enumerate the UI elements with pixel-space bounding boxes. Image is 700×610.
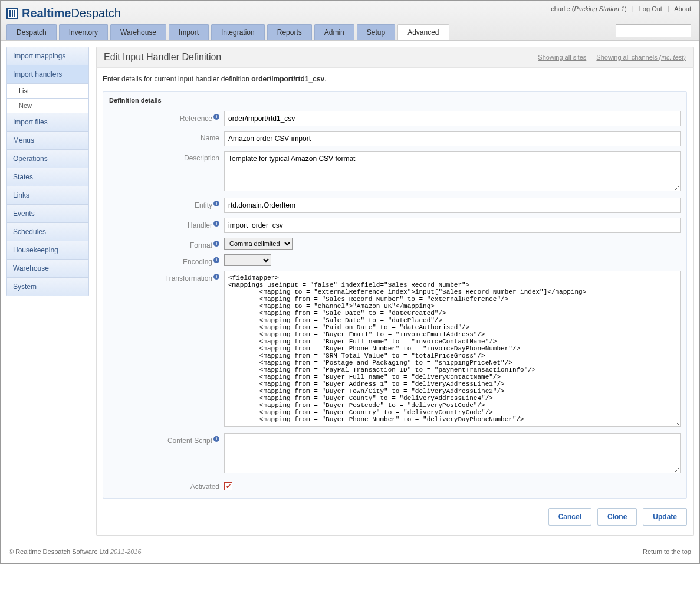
input-description[interactable]: Template for typical Amazon CSV format	[224, 151, 681, 191]
nav-tab-inventory[interactable]: Inventory	[59, 24, 108, 40]
sidebar-item-housekeeping[interactable]: Housekeeping	[7, 241, 88, 260]
sidebar-item-links[interactable]: Links	[7, 186, 88, 205]
station-link[interactable]: Packing Station 1	[574, 5, 625, 12]
panel-title: Definition details	[103, 92, 686, 109]
definition-panel: Definition details Referencei Name Descr…	[103, 91, 687, 499]
label-description: Description	[109, 151, 224, 162]
sidebar-item-menus[interactable]: Menus	[7, 132, 88, 150]
instruction-text: Enter details for current input handler …	[103, 75, 687, 83]
sidebar: Import mappingsImport handlersListNewImp…	[6, 47, 89, 536]
footer: © Realtime Despatch Software Ltd 2011-20…	[1, 542, 699, 563]
search-input[interactable]	[619, 27, 700, 34]
return-to-top-link[interactable]: Return to the top	[643, 548, 691, 555]
nav-tab-integration[interactable]: Integration	[211, 24, 265, 40]
page-header: Edit Input Handler Definition Showing al…	[96, 47, 694, 68]
info-icon[interactable]: i	[213, 436, 219, 442]
select-encoding[interactable]	[224, 254, 271, 266]
footer-years: 2011-2016	[110, 548, 142, 555]
label-content-script: Content Scripti	[109, 433, 224, 445]
sidebar-item-import-handlers[interactable]: Import handlers	[7, 65, 88, 84]
info-icon[interactable]: i	[213, 221, 219, 227]
nav-tab-despatch[interactable]: Despatch	[6, 24, 57, 40]
sidebar-item-import-files[interactable]: Import files	[7, 113, 88, 132]
sidebar-item-operations[interactable]: Operations	[7, 150, 88, 168]
about-link[interactable]: About	[674, 5, 691, 12]
nav-tab-reports[interactable]: Reports	[267, 24, 312, 40]
topbar-user-links: charlie (Packing Station 1) | Log Out | …	[551, 5, 691, 12]
button-row: Cancel Clone Update	[103, 508, 687, 526]
main-content: Edit Input Handler Definition Showing al…	[96, 47, 694, 536]
label-entity: Entityi	[109, 198, 224, 209]
label-transformation: Transformationi	[109, 271, 224, 283]
showing-sites-link[interactable]: Showing all sites	[538, 54, 586, 61]
sidebar-item-schedules[interactable]: Schedules	[7, 223, 88, 241]
label-encoding: Encodingi	[109, 254, 224, 266]
sidebar-item-events[interactable]: Events	[7, 205, 88, 223]
input-reference[interactable]	[224, 111, 681, 126]
input-transformation[interactable]: <fieldmapper> <mappings useinput = "fals…	[224, 271, 681, 427]
cancel-button[interactable]: Cancel	[548, 508, 591, 526]
info-icon[interactable]: i	[213, 114, 219, 120]
clone-button[interactable]: Clone	[597, 508, 637, 526]
logo-icon	[6, 8, 18, 19]
info-icon[interactable]: i	[213, 241, 219, 247]
sidebar-item-states[interactable]: States	[7, 168, 88, 186]
label-format: Formati	[109, 238, 224, 250]
showing-channels-link[interactable]: Showing all channels (inc. test)	[596, 54, 686, 61]
label-reference: Referencei	[109, 111, 224, 123]
input-handler[interactable]	[224, 218, 681, 233]
input-name[interactable]	[224, 131, 681, 146]
user-link[interactable]: charlie	[551, 5, 570, 12]
nav-tab-advanced[interactable]: Advanced	[397, 24, 449, 40]
input-entity[interactable]	[224, 198, 681, 213]
label-handler: Handleri	[109, 218, 224, 229]
nav-tab-setup[interactable]: Setup	[357, 24, 395, 40]
page-header-links: Showing all sites Showing all channels (…	[530, 54, 686, 61]
nav-tab-admin[interactable]: Admin	[314, 24, 354, 40]
main-nav: DespatchInventoryWarehouseImportIntegrat…	[6, 24, 449, 40]
search-box[interactable]	[616, 24, 691, 37]
info-icon[interactable]: i	[213, 274, 219, 280]
checkbox-activated[interactable]	[224, 482, 232, 490]
label-name: Name	[109, 131, 224, 142]
label-activated: Activated	[109, 480, 224, 491]
nav-tab-warehouse[interactable]: Warehouse	[110, 24, 166, 40]
topbar: RealtimeDespatch charlie (Packing Statio…	[1, 1, 699, 41]
sidebar-item-system[interactable]: System	[7, 278, 88, 296]
update-button[interactable]: Update	[643, 508, 687, 526]
logout-link[interactable]: Log Out	[639, 5, 662, 12]
sidebar-sub-new[interactable]: New	[7, 99, 88, 113]
sidebar-item-import-mappings[interactable]: Import mappings	[7, 47, 88, 65]
logo-text: RealtimeDespatch	[22, 6, 121, 20]
info-icon[interactable]: i	[213, 201, 219, 206]
select-format[interactable]: Comma delimited	[224, 238, 293, 250]
sidebar-sub-list[interactable]: List	[7, 84, 88, 99]
input-content-script[interactable]	[224, 433, 681, 473]
nav-tab-import[interactable]: Import	[169, 24, 209, 40]
info-icon[interactable]: i	[213, 257, 219, 263]
sidebar-item-warehouse[interactable]: Warehouse	[7, 260, 88, 278]
footer-copyright: © Realtime Despatch Software Ltd	[9, 548, 110, 555]
page-title: Edit Input Handler Definition	[104, 52, 221, 63]
